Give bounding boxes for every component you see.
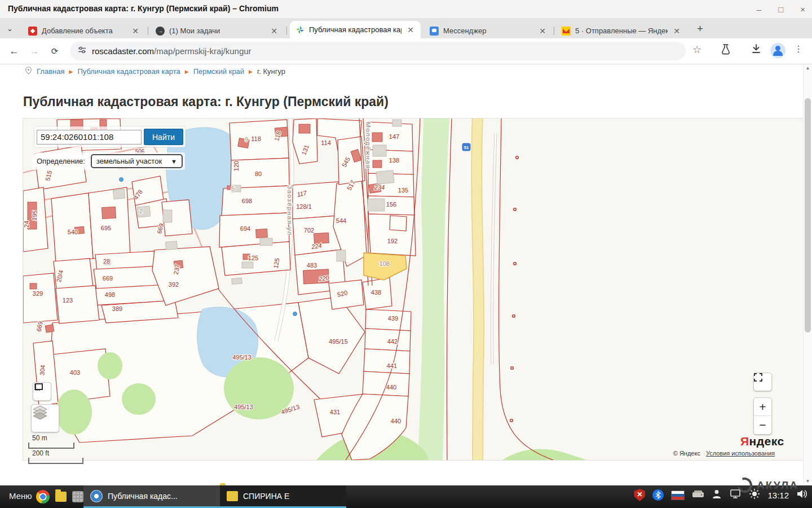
scroll-up-icon[interactable]: ▲ <box>804 64 812 72</box>
survey-point-icon <box>513 315 515 317</box>
tab-search-chevron-icon[interactable]: ⌄ <box>7 24 13 33</box>
copyright-text: © Яндекс <box>673 450 700 457</box>
tab-favicon-icon: → <box>156 27 165 36</box>
clock[interactable]: 13:12 <box>767 491 789 500</box>
breadcrumb: Главная ▶ Публичная кадастровая карта ▶ … <box>25 66 285 77</box>
tab-close-icon[interactable]: ✕ <box>538 27 547 36</box>
parcel-label: 702 <box>304 227 314 234</box>
tab-favicon-icon <box>28 27 37 36</box>
tab-close-icon[interactable]: ✕ <box>406 25 415 34</box>
forward-icon: → <box>27 44 42 59</box>
parcel-label: 440 <box>391 418 401 424</box>
parcel-label: 9 <box>245 136 248 143</box>
tab-label: Мессенджер <box>443 27 533 35</box>
parcel-label: 441 <box>387 362 397 369</box>
tab-favicon-icon <box>430 27 439 36</box>
water-marker-icon <box>120 178 123 182</box>
page-title: Публичная кадастровая карта: г. Кунгур (… <box>23 94 389 110</box>
measure-area-button[interactable] <box>33 382 51 401</box>
road-badge-label: 51 <box>464 145 469 150</box>
survey-point-icon <box>511 367 513 369</box>
tab-close-icon[interactable]: ✕ <box>131 27 140 36</box>
parcel-label: 192 <box>387 238 398 244</box>
maximize-button[interactable]: □ <box>778 5 783 14</box>
breadcrumb-link-map[interactable]: Публичная кадастровая карта <box>77 67 180 76</box>
parcel-label: 108 <box>379 260 390 267</box>
scrollbar-thumb[interactable] <box>805 98 811 332</box>
url-path: /map/permskij-kraj/kungur <box>154 46 251 56</box>
reload-icon[interactable]: ⟳ <box>47 44 62 59</box>
page-scrollbar[interactable]: ▲ ▼ <box>803 64 812 485</box>
task-label: СПИРИНА Е <box>243 492 289 501</box>
map-attribution: © Яндекс Условия использования <box>673 450 775 457</box>
url-text: roscadaster.com/map/permskij-kraj/kungur <box>92 46 251 56</box>
fullscreen-button[interactable] <box>753 373 772 391</box>
tab-yandex-mail[interactable]: 5 · Отправленные — Яндекс ✕ <box>556 23 687 38</box>
bookmark-star-icon[interactable]: ☆ <box>692 43 701 56</box>
back-icon[interactable]: ← <box>7 44 21 59</box>
yandex-logo[interactable]: Яндекс <box>740 435 784 448</box>
breadcrumb-link-home[interactable]: Главная <box>37 67 64 76</box>
survey-point-icon <box>516 156 518 159</box>
flask-icon[interactable] <box>721 43 731 58</box>
parcel-label: 440 <box>386 384 396 391</box>
breadcrumb-link-region[interactable]: Пермский край <box>193 67 244 76</box>
tab-close-icon[interactable]: ✕ <box>672 27 681 36</box>
parcel-label: 698 <box>242 198 252 204</box>
tab-label: 5 · Отправленные — Яндекс <box>575 27 668 35</box>
kebab-menu-icon[interactable]: ⋮ <box>794 43 803 54</box>
calculator-icon[interactable] <box>72 491 83 502</box>
close-button[interactable]: × <box>800 5 805 14</box>
parcel-label: 5 <box>231 185 235 192</box>
parcel-label: 156 <box>386 201 396 208</box>
zoom-in-button[interactable]: + <box>754 398 771 416</box>
tab-my-tasks[interactable]: → (1) Мои задачи ✕ <box>150 23 284 38</box>
language-flag-icon[interactable] <box>671 491 685 500</box>
task-label: Публичная кадас... <box>108 492 178 501</box>
tab-add-object[interactable]: Добавление объекта ✕ <box>23 23 145 38</box>
folder-icon <box>227 491 238 501</box>
parcel-label: 438 <box>371 289 381 296</box>
terms-link[interactable]: Условия использования <box>706 450 775 457</box>
scroll-down-icon[interactable]: ▼ <box>804 478 812 485</box>
site-info-icon[interactable] <box>78 46 86 56</box>
new-tab-button[interactable]: + <box>697 23 703 35</box>
definition-select[interactable]: земельный участок ▼ <box>91 154 183 168</box>
parcel-label: 125 <box>248 255 258 261</box>
menu-button[interactable]: Меню <box>9 491 32 501</box>
drive-icon[interactable] <box>692 490 704 500</box>
volume-icon[interactable] <box>796 489 809 501</box>
profile-avatar[interactable] <box>770 43 785 58</box>
download-icon[interactable] <box>751 43 761 57</box>
task-spirina-folder[interactable]: СПИРИНА Е <box>220 485 346 506</box>
map-search-widget: Найти <box>34 126 186 147</box>
parcel-label: 120 <box>233 161 240 171</box>
bluetooth-icon[interactable] <box>652 489 664 501</box>
folder-icon[interactable] <box>55 492 67 502</box>
parcel-label: 135 <box>398 187 408 194</box>
parcel-label: 147 <box>389 133 399 140</box>
parcel-label: 694 <box>240 225 250 232</box>
parcel-label: 403 <box>70 369 80 376</box>
minimize-button[interactable]: – <box>757 5 761 14</box>
zoom-out-button[interactable]: − <box>754 416 771 434</box>
window-title: Публичная кадастровая карта: г. Кунгур (… <box>8 4 279 13</box>
display-network-icon[interactable] <box>729 489 742 501</box>
chrome-icon[interactable] <box>36 490 50 503</box>
tab-close-icon[interactable]: ✕ <box>270 27 279 36</box>
tab-cadastral-map-active[interactable]: Публичная кадастровая кар ✕ <box>290 21 421 38</box>
task-cadastral-map[interactable]: Публичная кадас... <box>83 485 231 506</box>
find-button[interactable]: Найти <box>144 129 183 145</box>
parcel-label: 439 <box>388 315 398 322</box>
address-bar[interactable]: roscadaster.com/map/permskij-kraj/kungur <box>70 42 686 60</box>
brightness-icon[interactable] <box>749 488 760 502</box>
layers-button[interactable] <box>31 404 59 432</box>
tab-messenger[interactable]: Мессенджер ✕ <box>424 23 553 38</box>
user-session-icon[interactable] <box>712 489 722 501</box>
parcel-label: 695 <box>101 225 111 231</box>
parcel-label: 2 <box>139 208 143 214</box>
antivirus-shield-icon[interactable]: ✕ <box>634 489 645 501</box>
tab-favicon-icon <box>295 25 304 34</box>
cadastral-map[interactable]: 515066665151952447826695406952820/466923… <box>23 119 807 460</box>
cadastral-number-input[interactable] <box>37 130 142 144</box>
